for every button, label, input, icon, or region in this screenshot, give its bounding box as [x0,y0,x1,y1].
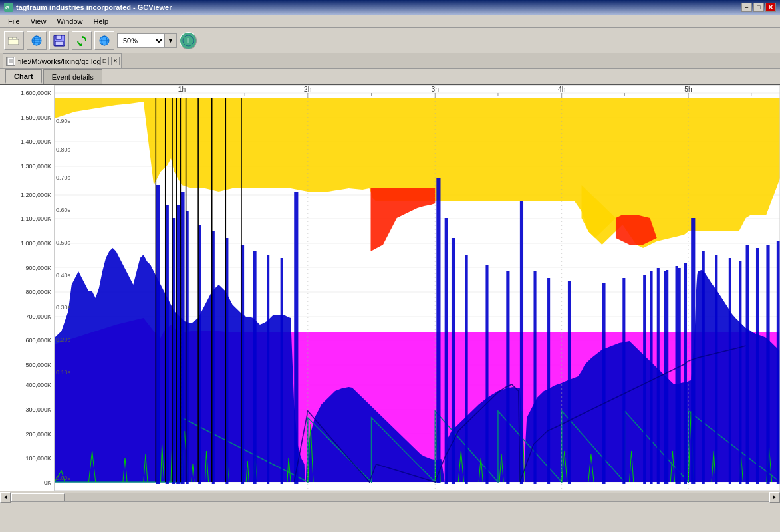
zoom-select[interactable]: 25% 50% 75% 100% 150% 200% [118,34,164,47]
svg-rect-103 [666,270,668,484]
chart-container: 1,600,000K 1,500,000K 1,400,000K 1,300,0… [0,85,780,503]
svg-text:G: G [5,5,9,11]
svg-rect-12 [55,41,63,45]
menu-window[interactable]: Window [51,16,88,27]
svg-rect-92 [691,218,695,484]
y-label-500: 500,000K [25,362,51,368]
filetab-bar: file:/M:/works/lixing/gc.log ⊡ ✕ [0,53,780,69]
zoom-select-container: 25% 50% 75% 100% 150% 200% ▼ [117,33,177,48]
svg-rect-82 [506,271,509,484]
y-label-700: 700,000K [25,313,51,320]
svg-rect-97 [746,245,749,484]
svg-rect-4 [8,39,19,45]
svg-text:4h: 4h [558,86,565,93]
svg-text:1h: 1h [178,86,186,93]
y-label-1300: 1,300,000K [21,163,51,170]
svg-rect-105 [684,263,687,484]
svg-rect-87 [602,283,605,484]
svg-rect-80 [465,255,468,484]
scrollbar-right-button[interactable]: ► [769,492,780,503]
open-button[interactable] [4,31,24,50]
close-button[interactable]: ✕ [765,3,776,12]
svg-rect-78 [445,218,448,484]
filetab-path: file:/M:/works/lixing/gc.log [18,57,101,65]
restore-button[interactable]: □ [753,3,764,12]
open-url2-button[interactable] [94,31,114,50]
svg-rect-75 [281,258,283,484]
refresh-button[interactable] [72,31,92,50]
window-title: tagtraum industries incorporated - GCVie… [16,3,172,11]
app-icon: G [4,3,13,12]
titlebar: G tagtraum industries incorporated - GCV… [0,0,780,15]
minimize-button[interactable]: − [741,3,752,12]
y-label-400: 400,000K [25,382,51,388]
svg-rect-100 [777,241,780,484]
svg-rect-73 [253,251,256,484]
svg-rect-84 [533,271,536,484]
open-url-button[interactable] [27,31,47,50]
svg-rect-83 [520,201,523,484]
svg-rect-104 [676,266,678,484]
chart-svg: 1h 2h 3h 4h 5h [55,85,780,491]
svg-rect-77 [436,178,440,483]
zoom-dropdown-button[interactable]: ▼ [164,34,176,47]
filetab-icon [6,57,15,66]
menu-help[interactable]: Help [88,16,114,27]
info-button[interactable]: i [180,32,197,49]
save-button[interactable] [49,31,69,50]
filetab-close-button[interactable]: ✕ [111,57,120,65]
svg-rect-99 [766,245,769,484]
y-label-300: 300,000K [25,406,51,413]
chart-plot-area: 0.90s 0.80s 0.70s 0.60s 0.50s 0.40s 0.30… [55,85,780,491]
filetab-restore-button[interactable]: ⊡ [100,57,109,65]
svg-rect-63 [156,185,160,484]
menubar: File View Window Help [0,15,780,28]
svg-rect-85 [547,278,550,484]
svg-rect-96 [739,261,741,484]
y-axis-left: 1,600,000K 1,500,000K 1,400,000K 1,300,0… [0,85,55,491]
svg-text:2h: 2h [304,86,311,93]
menu-view[interactable]: View [25,16,52,27]
y-label-600: 600,000K [25,337,51,344]
svg-rect-79 [452,238,455,484]
svg-rect-86 [568,281,571,484]
y-label-800: 800,000K [25,289,51,295]
scrollbar-container: ◄ ► [0,491,780,503]
svg-rect-74 [267,255,269,484]
svg-rect-67 [180,192,184,484]
svg-rect-94 [715,255,717,484]
y-label-900: 900,000K [25,265,51,271]
toolbar: 25% 50% 75% 100% 150% 200% ▼ i [0,28,780,53]
svg-text:5h: 5h [684,86,692,93]
filetab[interactable]: file:/M:/works/lixing/gc.log ⊡ ✕ [3,53,122,68]
svg-text:i: i [187,37,189,45]
scrollbar-track[interactable] [11,493,769,502]
svg-rect-98 [756,248,759,484]
svg-rect-81 [485,265,488,484]
titlebar-left: G tagtraum industries incorporated - GCV… [4,3,172,12]
svg-text:3h: 3h [432,86,439,93]
svg-rect-89 [643,275,646,484]
tab-chart[interactable]: Chart [5,69,42,84]
y-label-1500: 1,500,000K [21,114,51,121]
y-label-1100: 1,100,000K [21,215,51,222]
y-label-100: 100,000K [25,455,51,462]
y-label-200: 200,000K [25,431,51,438]
y-label-1200: 1,200,000K [21,192,51,198]
svg-rect-88 [622,278,625,484]
tab-event-details[interactable]: Event details [43,69,102,84]
y-label-1600: 1,600,000K [21,90,51,96]
scrollbar-thumb[interactable] [11,493,65,501]
y-label-0: 0K [44,479,51,486]
menu-file[interactable]: File [3,16,25,27]
tabs-bar: Chart Event details [0,69,780,85]
svg-rect-20 [7,57,14,65]
titlebar-controls: − □ ✕ [741,3,776,12]
svg-rect-101 [650,271,652,484]
svg-rect-11 [56,35,61,39]
svg-rect-93 [702,251,705,484]
scrollbar-left-button[interactable]: ◄ [0,492,11,503]
chart-wrapper: 1,600,000K 1,500,000K 1,400,000K 1,300,0… [0,85,780,491]
y-label-1000: 1,000,000K [21,240,51,247]
svg-rect-76 [294,192,298,484]
